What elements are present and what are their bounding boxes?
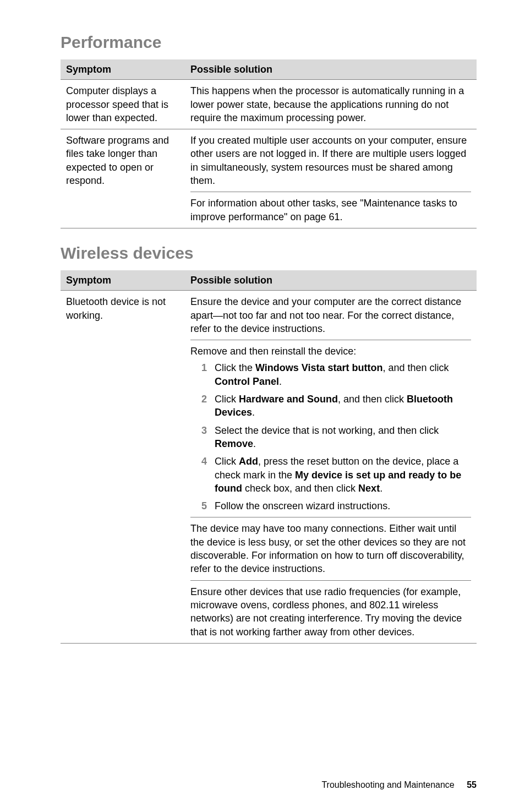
header-symptom: Symptom — [61, 270, 185, 291]
step-fragment: Click — [215, 456, 239, 467]
symptom-cell: Software programs and files take longer … — [61, 129, 185, 228]
solution-block: Ensure other devices that use radio freq… — [190, 580, 471, 639]
step-bold: Remove — [215, 438, 253, 449]
solution-block-steps: Remove and then reinstall the device: 1 … — [190, 340, 471, 513]
step-bold: Next — [358, 483, 380, 494]
steps-intro: Remove and then reinstall the device: — [190, 345, 471, 358]
solution-block: The device may have too many connections… — [190, 517, 471, 575]
page-footer: Troubleshooting and Maintenance 55 — [321, 780, 477, 790]
step-text: Follow the onscreen wizard instructions. — [215, 499, 471, 513]
steps-list: 1 Click the Windows Vista start button, … — [190, 361, 471, 513]
solution-block: If you created multiple user accounts on… — [190, 134, 471, 187]
step-text: Select the device that is not working, a… — [215, 424, 471, 451]
step-item: 4 Click Add, press the reset button on t… — [190, 455, 471, 495]
step-bold: Hardware and Sound — [239, 394, 338, 405]
symptom-cell: Bluetooth device is not working. — [61, 291, 185, 644]
section-title-wireless: Wireless devices — [61, 244, 477, 263]
step-fragment: Click — [215, 394, 239, 405]
step-fragment: , and then click — [338, 394, 407, 405]
step-fragment: check box, and then click — [242, 483, 358, 494]
step-number: 1 — [190, 361, 215, 374]
step-item: 1 Click the Windows Vista start button, … — [190, 361, 471, 388]
solution-cell: Ensure the device and your computer are … — [185, 291, 477, 644]
step-item: 5 Follow the onscreen wizard instruction… — [190, 499, 471, 513]
step-bold: Add — [239, 456, 258, 467]
symptom-cell: Computer displays a processor speed that… — [61, 80, 185, 129]
solution-cell: If you created multiple user accounts on… — [185, 129, 477, 228]
header-solution: Possible solution — [185, 59, 477, 80]
step-number: 2 — [190, 393, 215, 406]
step-text: Click Add, press the reset button on the… — [215, 455, 471, 495]
step-fragment: , and then click — [383, 362, 449, 373]
step-fragment: Click the — [215, 362, 255, 373]
step-number: 3 — [190, 424, 215, 437]
solution-cell: This happens when the processor is autom… — [185, 80, 477, 129]
table-header-row: Symptom Possible solution — [61, 270, 477, 291]
header-symptom: Symptom — [61, 59, 185, 80]
step-fragment: Follow the onscreen wizard instructions. — [215, 500, 390, 511]
header-solution: Possible solution — [185, 270, 477, 291]
step-fragment: . — [279, 376, 282, 387]
page: Performance Symptom Possible solution Co… — [0, 0, 525, 812]
table-row: Bluetooth device is not working. Ensure … — [61, 291, 477, 644]
wireless-table: Symptom Possible solution Bluetooth devi… — [61, 270, 477, 644]
performance-table: Symptom Possible solution Computer displ… — [61, 59, 477, 228]
step-text: Click the Windows Vista start button, an… — [215, 361, 471, 388]
footer-page-number: 55 — [467, 780, 477, 789]
table-row: Computer displays a processor speed that… — [61, 80, 477, 129]
step-fragment: . — [380, 483, 382, 494]
step-fragment: Select the device that is not working, a… — [215, 425, 439, 436]
solution-block: For information about other tasks, see "… — [190, 192, 471, 224]
step-item: 3 Select the device that is not working,… — [190, 424, 471, 451]
step-item: 2 Click Hardware and Sound, and then cli… — [190, 393, 471, 419]
table-row: Software programs and files take longer … — [61, 129, 477, 228]
step-number: 4 — [190, 455, 215, 468]
table-header-row: Symptom Possible solution — [61, 59, 477, 80]
section-title-performance: Performance — [61, 33, 477, 52]
footer-label: Troubleshooting and Maintenance — [321, 780, 454, 789]
solution-block: This happens when the processor is autom… — [190, 84, 471, 124]
step-fragment: . — [253, 438, 256, 449]
step-bold: Windows Vista start button — [255, 362, 383, 373]
step-fragment: . — [252, 407, 255, 418]
step-text: Click Hardware and Sound, and then click… — [215, 393, 471, 419]
step-number: 5 — [190, 499, 215, 513]
solution-block: Ensure the device and your computer are … — [190, 295, 471, 335]
step-bold: Control Panel — [215, 376, 279, 387]
